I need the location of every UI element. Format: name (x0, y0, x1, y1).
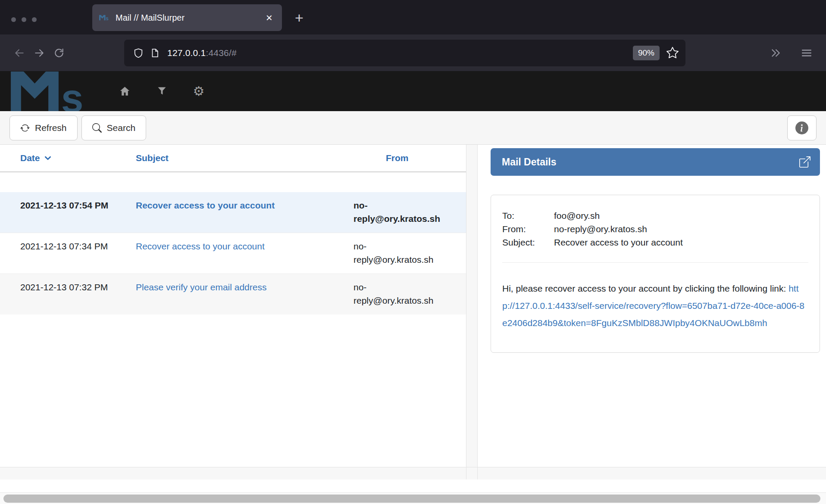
refresh-icon (20, 123, 30, 133)
overflow-chevrons-button[interactable] (766, 43, 785, 63)
url-text[interactable]: 127.0.0.1:4436/# (167, 48, 633, 58)
info-icon (795, 121, 808, 134)
search-icon (92, 123, 102, 133)
funnel-icon (156, 85, 168, 97)
svg-text:s: s (106, 16, 109, 21)
mail-row[interactable]: 2021-12-13 07:34 PM Recover access to yo… (0, 233, 466, 274)
mail-from-cell: no-reply@ory.kratos.sh (354, 199, 466, 225)
mail-subject-link[interactable]: Please verify your email address (136, 282, 266, 292)
window-dot[interactable] (11, 17, 16, 22)
zoom-level-badge[interactable]: 90% (633, 46, 660, 60)
gear-icon: ⚙ (193, 85, 205, 98)
filter-nav-button[interactable] (154, 84, 169, 99)
mail-subject-cell: Please verify your email address (136, 280, 354, 307)
mail-details-header: Mail Details (491, 148, 820, 176)
mail-row[interactable]: 2021-12-13 07:54 PM Recover access to yo… (0, 192, 466, 233)
settings-nav-button[interactable]: ⚙ (191, 84, 206, 99)
subject-label: Subject: (502, 237, 554, 248)
mailslurper-favicon-icon: s (99, 15, 110, 21)
url-port-path: :4436/# (206, 48, 236, 58)
mail-subject-link[interactable]: Recover access to your account (136, 200, 275, 210)
mail-date-cell: 2021-12-13 07:54 PM (20, 199, 136, 225)
back-button[interactable] (9, 43, 29, 63)
forward-arrow-icon (34, 47, 45, 59)
to-value: foo@ory.sh (554, 211, 808, 221)
reload-button[interactable] (49, 43, 69, 63)
sort-chevron-down-icon (44, 154, 52, 162)
tab-title: Mail // MailSlurper (116, 13, 263, 23)
back-arrow-icon (14, 47, 25, 59)
info-button[interactable] (787, 115, 817, 140)
url-bar[interactable]: 127.0.0.1:4436/# 90% (124, 40, 685, 66)
page-bottom-margin (0, 479, 826, 492)
open-in-new-window-button[interactable] (799, 156, 810, 168)
lower-strip (0, 467, 826, 479)
window-dot[interactable] (32, 17, 37, 22)
mail-body: Hi, please recover access to your accoun… (502, 280, 808, 332)
shield-icon[interactable] (130, 45, 147, 61)
date-header-label: Date (20, 153, 40, 163)
mail-from-cell: no-reply@ory.kratos.sh (354, 240, 466, 266)
double-chevron-right-icon (770, 47, 781, 59)
mail-details-card: To: foo@ory.sh From: no-reply@ory.kratos… (491, 195, 820, 353)
panel-gutter (466, 145, 478, 467)
refresh-button-label: Refresh (35, 123, 67, 133)
to-label: To: (502, 211, 554, 221)
mail-row[interactable]: 2021-12-13 07:32 PM Please verify your e… (0, 274, 466, 314)
action-strip: Refresh Search (0, 111, 826, 145)
column-header-subject[interactable]: Subject (136, 153, 354, 163)
horizontal-scrollbar-thumb[interactable] (3, 495, 820, 503)
external-link-icon (799, 156, 810, 168)
mail-details-title: Mail Details (502, 156, 799, 168)
reload-icon (53, 47, 65, 59)
mail-date-cell: 2021-12-13 07:32 PM (20, 280, 136, 307)
app-header: s ⚙ (0, 71, 826, 111)
mail-body-text: Hi, please recover access to your accoun… (502, 283, 788, 293)
list-spacer (0, 172, 466, 192)
mail-subject-cell: Recover access to your account (136, 199, 354, 225)
page-proxy-icon[interactable] (147, 45, 163, 61)
browser-tab[interactable]: s Mail // MailSlurper × (92, 4, 282, 31)
home-icon (119, 85, 131, 97)
search-button-label: Search (107, 123, 136, 133)
column-header-from[interactable]: From (354, 153, 466, 163)
column-header-date[interactable]: Date (20, 153, 136, 163)
tab-close-icon[interactable]: × (263, 11, 275, 24)
mail-meta: To: foo@ory.sh From: no-reply@ory.kratos… (502, 211, 808, 248)
mailslurper-logo: s (10, 72, 98, 111)
subject-value: Recover access to your account (554, 237, 808, 248)
menu-button[interactable] (797, 43, 817, 63)
mail-list-header: Date Subject From (0, 145, 466, 172)
from-label: From: (502, 224, 554, 234)
mail-from-cell: no-reply@ory.kratos.sh (354, 280, 466, 307)
search-button[interactable]: Search (81, 115, 147, 140)
mail-details-panel: Mail Details To: foo@ory.sh From: no-rep… (478, 145, 826, 467)
from-value: no-reply@ory.kratos.sh (554, 224, 808, 234)
svg-text:s: s (61, 76, 84, 111)
bookmark-star-icon[interactable] (666, 47, 679, 59)
new-tab-button[interactable]: + (295, 9, 303, 26)
mail-list-panel: Date Subject From 2021-12-13 07:54 PM Re… (0, 145, 466, 467)
mail-subject-cell: Recover access to your account (136, 240, 354, 266)
hamburger-icon (801, 47, 812, 59)
home-nav-button[interactable] (117, 84, 132, 99)
browser-navbar: 127.0.0.1:4436/# 90% (0, 34, 826, 71)
mail-date-cell: 2021-12-13 07:34 PM (20, 240, 136, 266)
window-controls[interactable] (11, 17, 37, 22)
window-dot[interactable] (22, 17, 26, 22)
main-content: Date Subject From 2021-12-13 07:54 PM Re… (0, 145, 826, 467)
forward-button[interactable] (29, 43, 49, 63)
mail-divider (502, 262, 808, 263)
mail-subject-link[interactable]: Recover access to your account (136, 241, 265, 251)
url-host: 127.0.0.1 (167, 48, 206, 58)
refresh-button[interactable]: Refresh (9, 115, 78, 140)
horizontal-scrollbar (0, 492, 826, 504)
browser-tab-bar: s Mail // MailSlurper × + (0, 0, 826, 34)
